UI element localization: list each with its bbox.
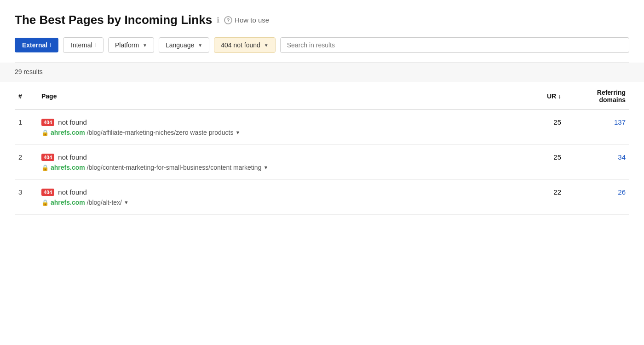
- results-table: # Page UR ↓ Referringdomains 1 404 not f…: [15, 81, 629, 215]
- url-caret-icon[interactable]: ▼: [124, 200, 129, 205]
- filters-row: External i Internal i Platform ▼ Languag…: [15, 37, 629, 63]
- col-header-ref: Referringdomains: [565, 81, 629, 109]
- badge-404: 404: [41, 154, 54, 161]
- results-bar: 29 results: [0, 63, 644, 81]
- table-row: 3 404 not found 🔒 ahrefs.com /blog/alt-t…: [15, 180, 629, 215]
- badge-404: 404: [41, 119, 54, 126]
- status-text: not found: [58, 118, 87, 126]
- cell-ref-domains[interactable]: 34: [565, 145, 629, 180]
- table-wrapper: # Page UR ↓ Referringdomains 1 404 not f…: [0, 81, 644, 215]
- page-title: The Best Pages by Incoming Links: [15, 13, 212, 27]
- url-domain[interactable]: ahrefs.com: [51, 129, 85, 136]
- cell-ref-domains[interactable]: 26: [565, 180, 629, 215]
- internal-info-icon: i: [95, 43, 96, 48]
- language-caret-icon: ▼: [198, 43, 202, 48]
- cell-page: 404 not found 🔒 ahrefs.com /blog/content…: [38, 145, 510, 180]
- table-row: 1 404 not found 🔒 ahrefs.com /blog/affil…: [15, 109, 629, 145]
- status-dropdown[interactable]: 404 not found ▼: [214, 37, 276, 53]
- search-input[interactable]: [280, 37, 629, 53]
- lock-icon: 🔒: [41, 199, 49, 206]
- col-header-ur[interactable]: UR ↓: [510, 81, 565, 109]
- cell-ur: 25: [510, 145, 565, 180]
- lock-icon: 🔒: [41, 129, 49, 136]
- cell-ur: 25: [510, 109, 565, 145]
- table-row: 2 404 not found 🔒 ahrefs.com /blog/conte…: [15, 145, 629, 180]
- search-wrapper: [280, 37, 629, 53]
- lock-icon: 🔒: [41, 164, 49, 171]
- url-path[interactable]: /blog/content-marketing-for-small-busine…: [87, 164, 262, 171]
- cell-page: 404 not found 🔒 ahrefs.com /blog/affilia…: [38, 109, 510, 145]
- url-path[interactable]: /blog/affiliate-marketing-niches/zero wa…: [87, 129, 234, 136]
- url-caret-icon[interactable]: ▼: [236, 130, 241, 135]
- cell-num: 1: [15, 109, 38, 145]
- col-header-page: Page: [38, 81, 510, 109]
- status-text: not found: [58, 153, 87, 161]
- title-info-icon[interactable]: ℹ: [217, 16, 219, 24]
- external-button[interactable]: External i: [15, 38, 58, 52]
- external-info-icon: i: [50, 43, 51, 48]
- url-domain[interactable]: ahrefs.com: [51, 199, 85, 206]
- internal-button[interactable]: Internal i: [63, 37, 104, 53]
- help-circle-icon: ?: [224, 16, 232, 24]
- status-caret-icon: ▼: [264, 43, 269, 48]
- platform-dropdown[interactable]: Platform ▼: [108, 37, 154, 53]
- cell-num: 2: [15, 145, 38, 180]
- cell-ur: 22: [510, 180, 565, 215]
- url-caret-icon[interactable]: ▼: [263, 165, 268, 170]
- platform-caret-icon: ▼: [143, 43, 147, 48]
- col-header-num: #: [15, 81, 38, 109]
- url-path[interactable]: /blog/alt-tex/: [87, 199, 122, 206]
- status-text: not found: [58, 188, 87, 196]
- language-dropdown[interactable]: Language ▼: [159, 37, 209, 53]
- how-to-use-link[interactable]: ? How to use: [224, 16, 269, 24]
- cell-ref-domains[interactable]: 137: [565, 109, 629, 145]
- table-header-row: # Page UR ↓ Referringdomains: [15, 81, 629, 109]
- badge-404: 404: [41, 189, 54, 196]
- cell-page: 404 not found 🔒 ahrefs.com /blog/alt-tex…: [38, 180, 510, 215]
- cell-num: 3: [15, 180, 38, 215]
- url-domain[interactable]: ahrefs.com: [51, 164, 85, 171]
